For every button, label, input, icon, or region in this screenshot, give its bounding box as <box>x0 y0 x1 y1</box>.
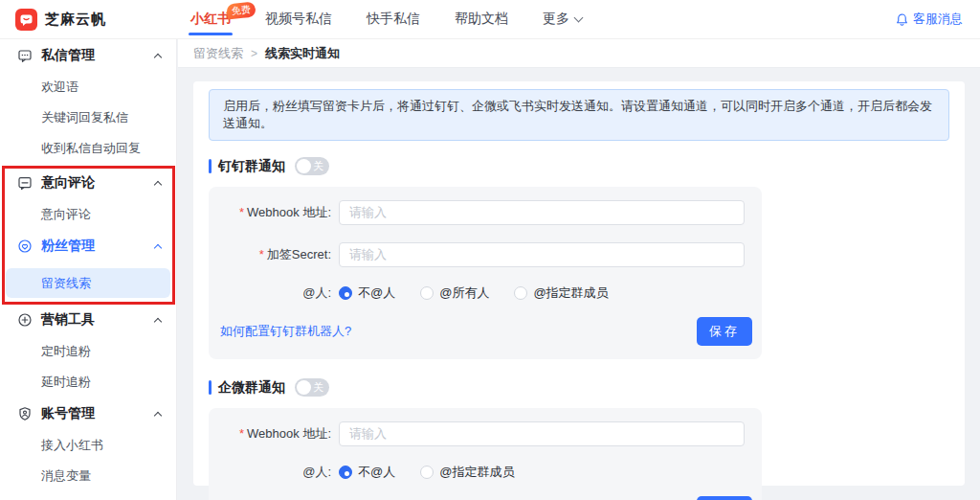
tab-kuaishou-dm[interactable]: 快手私信 <box>367 0 420 39</box>
at-label: @人: <box>209 464 331 481</box>
sidebar-section-dm-management[interactable]: 私信管理 <box>0 39 176 72</box>
breadcrumb: 留资线索 > 线索实时通知 <box>178 39 980 68</box>
dingtalk-save-button[interactable]: 保存 <box>697 317 752 346</box>
tab-label: 视频号私信 <box>265 11 332 28</box>
sidebar-section-label: 私信管理 <box>41 47 95 64</box>
sidebar-item-keyword-reply[interactable]: 关键词回复私信 <box>0 102 176 133</box>
radio-at-members[interactable]: @指定群成员 <box>420 464 514 481</box>
service-message-link[interactable]: 客服消息 <box>895 11 963 28</box>
dingtalk-toggle[interactable]: 关 <box>295 157 329 175</box>
dingtalk-help-link[interactable]: 如何配置钉钉群机器人? <box>220 323 351 340</box>
sidebar: 私信管理 欢迎语 关键词回复私信 收到私信自动回复 意向评论 意向评论 粉丝管理… <box>0 39 177 500</box>
brand: 芝麻云帆 <box>0 9 177 31</box>
top-header: 芝麻云帆 小红书 免费 视频号私信 快手私信 帮助文档 更多 <box>0 0 980 39</box>
radio-unselected-icon <box>514 286 527 300</box>
tab-xiaohongshu[interactable]: 小红书 免费 <box>190 0 231 39</box>
required-mark: * <box>259 247 264 261</box>
fans-icon <box>17 239 33 254</box>
sidebar-item-lead-clues[interactable]: 留资线索 <box>6 268 170 298</box>
radio-label: @指定群成员 <box>439 464 514 481</box>
radio-at-all[interactable]: @所有人 <box>420 284 489 302</box>
tab-label: 快手私信 <box>367 11 420 28</box>
sidebar-item-delayed-followup[interactable]: 延时追粉 <box>0 367 176 398</box>
message-icon <box>17 48 33 63</box>
radio-label: 不@人 <box>358 464 395 481</box>
sidebar-item-message-variables[interactable]: 消息变量 <box>0 461 176 491</box>
top-nav: 小红书 免费 视频号私信 快手私信 帮助文档 更多 <box>190 0 582 39</box>
wecom-section-header: 企微群通知 关 <box>209 378 949 397</box>
radio-no-at[interactable]: 不@人 <box>339 464 395 481</box>
radio-label: @指定群成员 <box>533 284 608 302</box>
dingtalk-section-header: 钉钉群通知 关 <box>209 157 949 175</box>
webhook-label: *Webhook 地址: <box>209 204 331 221</box>
free-badge: 免费 <box>226 1 256 19</box>
dingtalk-secret-input[interactable]: 请输入 <box>339 242 745 267</box>
radio-no-at[interactable]: 不@人 <box>339 284 395 302</box>
radio-at-members[interactable]: @指定群成员 <box>514 284 608 302</box>
toggle-knob <box>297 380 311 395</box>
sidebar-item-connect-xiaohongshu[interactable]: 接入小红书 <box>0 430 176 461</box>
main-content: 留资线索 > 线索实时通知 启用后，粉丝填写留资卡片后，将通过钉钉、企微或飞书实… <box>178 39 980 500</box>
sidebar-section-account-management[interactable]: 账号管理 <box>0 398 176 430</box>
wecom-toggle[interactable]: 关 <box>295 378 329 397</box>
section-marker <box>209 159 212 173</box>
tab-label: 帮助文档 <box>455 11 508 28</box>
sidebar-section-label: 营销工具 <box>41 311 95 329</box>
radio-label: 不@人 <box>358 284 395 302</box>
service-message-label: 客服消息 <box>913 11 963 28</box>
chevron-up-icon <box>154 317 162 325</box>
info-banner: 启用后，粉丝填写留资卡片后，将通过钉钉、企微或飞书实时发送通知。请设置通知通道，… <box>209 89 949 141</box>
tab-help-docs[interactable]: 帮助文档 <box>455 0 508 39</box>
tab-label: 更多 <box>543 11 569 28</box>
wecom-webhook-input[interactable]: 请输入 <box>339 421 745 446</box>
sidebar-item-auto-reply[interactable]: 收到私信自动回复 <box>0 133 176 164</box>
input-placeholder: 请输入 <box>349 425 387 443</box>
radio-selected-icon <box>339 466 352 479</box>
toggle-knob <box>297 159 311 173</box>
chevron-up-icon <box>154 53 162 60</box>
bell-icon <box>895 12 909 27</box>
radio-unselected-icon <box>420 466 434 479</box>
tab-video-dm[interactable]: 视频号私信 <box>265 0 332 39</box>
brand-name: 芝麻云帆 <box>45 11 106 29</box>
radio-label: @所有人 <box>439 284 489 302</box>
wecom-panel: *Webhook 地址: 请输入 @人: 不@人 @指定群成员 如何配置企微群机 <box>209 408 762 500</box>
sidebar-section-fans-management[interactable]: 粉丝管理 <box>0 230 176 262</box>
info-banner-text: 启用后，粉丝填写留资卡片后，将通过钉钉、企微或飞书实时发送通知。请设置通知通道，… <box>223 99 932 130</box>
required-mark: * <box>239 205 244 219</box>
secret-label: *加签Secret: <box>209 246 331 263</box>
app-window: 芝麻云帆 小红书 免费 视频号私信 快手私信 帮助文档 更多 <box>0 0 980 500</box>
chevron-up-icon <box>154 180 162 188</box>
sidebar-item-intent-comments[interactable]: 意向评论 <box>0 199 176 230</box>
sidebar-section-label: 意向评论 <box>41 174 95 192</box>
section-marker <box>209 380 212 395</box>
marketing-icon <box>17 312 33 328</box>
toggle-off-label: 关 <box>313 160 323 172</box>
wecom-save-button[interactable]: 保存 <box>697 496 752 500</box>
dingtalk-panel: *Webhook 地址: 请输入 *加签Secret: 请输入 @人: 不@人 … <box>209 187 762 359</box>
dingtalk-webhook-input[interactable]: 请输入 <box>339 200 745 225</box>
app-logo-icon <box>15 9 37 31</box>
required-mark: * <box>239 426 244 441</box>
radio-selected-icon <box>339 286 352 300</box>
tab-label: 小红书 <box>190 11 231 28</box>
chevron-up-icon <box>154 243 162 251</box>
sidebar-section-intent-comments[interactable]: 意向评论 <box>0 167 176 199</box>
radio-unselected-icon <box>420 286 434 300</box>
sidebar-section-label: 账号管理 <box>41 405 95 422</box>
chevron-up-icon <box>154 411 162 419</box>
comment-icon <box>17 175 33 191</box>
breadcrumb-current: 线索实时通知 <box>265 45 340 62</box>
wecom-section-title: 企微群通知 <box>218 379 285 397</box>
toggle-off-label: 关 <box>313 381 323 394</box>
sidebar-item-scheduled-followup[interactable]: 定时追粉 <box>0 336 176 367</box>
sidebar-section-marketing-tools[interactable]: 营销工具 <box>0 304 176 336</box>
breadcrumb-parent[interactable]: 留资线索 <box>193 45 243 62</box>
account-icon <box>17 406 33 421</box>
sidebar-section-label: 粉丝管理 <box>41 238 95 255</box>
chevron-down-icon <box>574 13 584 23</box>
active-tab-underline <box>189 33 233 35</box>
sidebar-item-welcome-message[interactable]: 欢迎语 <box>0 72 176 102</box>
webhook-label: *Webhook 地址: <box>209 425 331 443</box>
tab-more[interactable]: 更多 <box>543 0 582 39</box>
